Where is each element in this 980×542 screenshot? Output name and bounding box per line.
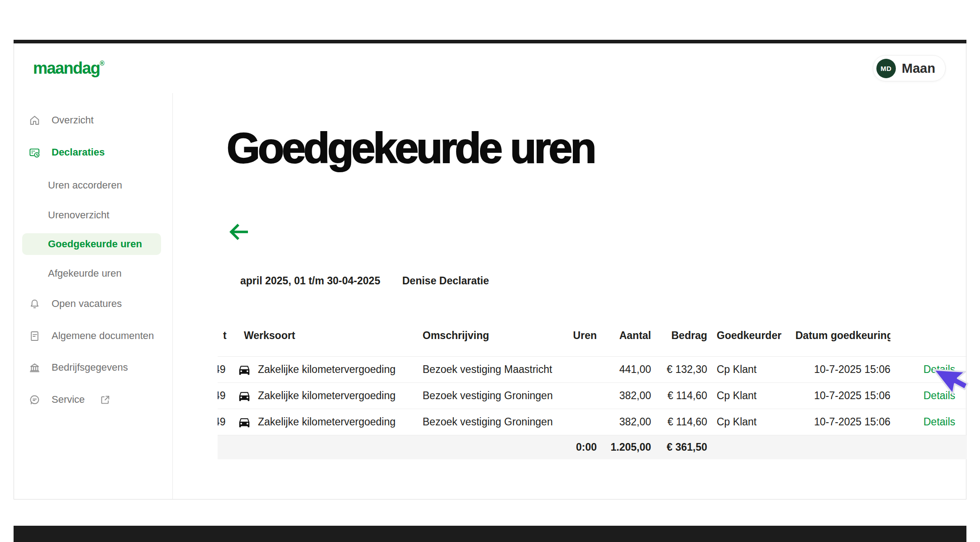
datum-value: 10-7-2025 15:06 [786, 416, 890, 428]
row-number: 49 [218, 416, 226, 428]
avatar-initials: MD [880, 65, 891, 72]
goedkeurder-value: Cp Klant [707, 416, 786, 428]
row-number: 49 [218, 390, 226, 402]
table-header-row: t Werksoort Omschrijving Uren Aantal Bed… [218, 315, 967, 357]
details-link[interactable]: Details [923, 363, 955, 375]
omschrijving-value: Bezoek vestiging Groningen [423, 390, 561, 402]
aantal-value: 382,00 [597, 416, 651, 428]
header-omschrijving: Omschrijving [423, 330, 561, 342]
sidebar-label: Open vacatures [52, 298, 122, 310]
total-aantal: 1.205,00 [597, 441, 651, 453]
car-icon [238, 415, 251, 429]
person-label: Denise Declaratie [402, 275, 489, 287]
sidebar-item-declaraties[interactable]: Declaraties [14, 141, 168, 163]
sidebar-item-urenoverzicht[interactable]: Urenoverzicht [14, 204, 168, 226]
sidebar-label: Uren accorderen [48, 179, 122, 191]
car-icon [238, 363, 251, 377]
sidebar-label: Urenoverzicht [48, 209, 109, 221]
sidebar-item-service[interactable]: Service [14, 389, 168, 410]
sidebar-label: Declaraties [52, 146, 105, 158]
goedkeurder-value: Cp Klant [707, 390, 786, 402]
bottom-black-bar [14, 526, 966, 542]
sidebar-label: Overzicht [52, 114, 94, 126]
bank-icon [29, 362, 41, 374]
datum-value: 10-7-2025 15:06 [786, 363, 890, 376]
header-datum: Datum goedkeuring [786, 330, 890, 342]
total-bedrag: € 361,50 [651, 441, 707, 453]
chat-icon [29, 394, 41, 406]
datum-value: 10-7-2025 15:06 [786, 390, 890, 402]
omschrijving-value: Bezoek vestiging Groningen [423, 416, 561, 428]
user-menu-button[interactable]: MD Maan [873, 55, 946, 81]
external-link-icon [99, 394, 111, 406]
declaration-icon [29, 146, 41, 159]
sidebar-item-overzicht[interactable]: Overzicht [14, 109, 168, 131]
approved-hours-table: t Werksoort Omschrijving Uren Aantal Bed… [218, 315, 967, 459]
avatar: MD [876, 59, 896, 78]
bedrag-value: € 114,60 [651, 390, 707, 402]
sidebar-label: Bedrijfsgegevens [52, 362, 128, 373]
table-row: 49 Zakelijke kilometervergoeding Bezoek … [218, 409, 967, 435]
sidebar-item-bedrijfsgegevens[interactable]: Bedrijfsgegevens [14, 357, 168, 378]
werksoort-value: Zakelijke kilometervergoeding [258, 416, 395, 428]
table-row: 49 Zakelijke kilometervergoeding Bezoek … [218, 383, 967, 409]
werksoort-value: Zakelijke kilometervergoeding [258, 390, 395, 402]
werksoort-value: Zakelijke kilometervergoeding [258, 363, 395, 376]
bedrag-value: € 132,30 [651, 363, 707, 376]
aantal-value: 441,00 [597, 363, 651, 376]
sidebar-item-uren-accorderen[interactable]: Uren accorderen [14, 174, 168, 196]
table-row: 49 Zakelijke kilometervergoeding Bezoek … [218, 357, 967, 383]
sidebar-item-goedgekeurde-uren[interactable]: Goedgekeurde uren [22, 233, 161, 255]
sidebar-label: Algemene documenten [52, 330, 154, 342]
sidebar-item-afgekeurde-uren[interactable]: Afgekeurde uren [14, 263, 168, 284]
goedkeurder-value: Cp Klant [707, 363, 786, 376]
sidebar-item-algemene-documenten[interactable]: Algemene documenten [14, 325, 168, 347]
logo-text: maandag [33, 59, 100, 77]
home-icon [29, 114, 41, 127]
header-bedrag: Bedrag [651, 330, 707, 342]
details-link[interactable]: Details [923, 416, 955, 428]
header-uren: Uren [561, 330, 597, 342]
row-number: 49 [218, 363, 226, 376]
header-aantal: Aantal [597, 330, 651, 342]
sidebar-divider [172, 93, 173, 499]
sidebar-label: Service [52, 394, 85, 405]
document-icon [29, 330, 41, 342]
maandag-logo[interactable]: maandag® [33, 59, 105, 78]
sidebar-item-open-vacatures[interactable]: Open vacatures [14, 293, 168, 315]
period-label: april 2025, 01 t/m 30-04-2025 [240, 275, 380, 287]
details-link[interactable]: Details [923, 390, 955, 401]
sidebar-label: Afgekeurde uren [48, 268, 122, 279]
page-title: Goedgekeurde uren [227, 126, 594, 171]
sidebar-label: Goedgekeurde uren [48, 238, 142, 250]
back-button[interactable] [228, 222, 249, 241]
aantal-value: 382,00 [597, 390, 651, 402]
registered-mark: ® [100, 60, 105, 67]
table-totals-row: 0:00 1.205,00 € 361,50 [218, 435, 967, 459]
car-icon [238, 389, 251, 403]
bedrag-value: € 114,60 [651, 416, 707, 428]
header-truncated: t [218, 330, 234, 342]
top-black-bar [14, 40, 966, 43]
total-uren: 0:00 [561, 441, 597, 453]
bell-icon [29, 298, 41, 310]
user-name: Maan [902, 61, 935, 76]
app-card: maandag® MD Maan Overzicht Declaraties U… [14, 43, 966, 500]
header-goedkeurder: Goedkeurder [707, 330, 786, 342]
header-werksoort: Werksoort [234, 330, 423, 342]
omschrijving-value: Bezoek vestiging Maastricht [423, 363, 561, 376]
